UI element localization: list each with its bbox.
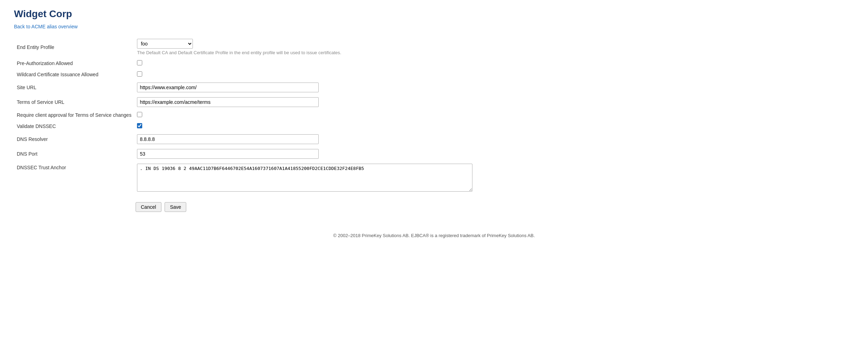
tos-changes-checkbox[interactable] — [137, 112, 142, 117]
validate-dnssec-checkbox[interactable] — [137, 123, 142, 128]
tos-url-value-cell — [134, 95, 475, 109]
tos-url-row: Terms of Service URL — [14, 95, 475, 109]
button-row: Cancel Save — [136, 202, 854, 212]
save-button[interactable]: Save — [165, 202, 186, 212]
pre-auth-label: Pre-Authorization Allowed — [14, 58, 134, 69]
tos-url-label: Terms of Service URL — [14, 95, 134, 109]
site-url-label: Site URL — [14, 80, 134, 95]
dns-resolver-input[interactable] — [137, 134, 319, 144]
tos-url-input[interactable] — [137, 97, 319, 107]
back-link[interactable]: Back to ACME alias overview — [14, 24, 78, 29]
pre-auth-checkbox[interactable] — [137, 60, 142, 65]
pre-auth-value-cell — [134, 58, 475, 69]
wildcard-value-cell — [134, 69, 475, 80]
dnssec-trust-anchor-row: DNSSEC Trust Anchor . IN DS 19036 8 2 49… — [14, 161, 475, 195]
footer: © 2002–2018 PrimeKey Solutions AB. EJBCA… — [14, 233, 854, 238]
wildcard-label: Wildcard Certificate Issuance Allowed — [14, 69, 134, 80]
tos-changes-row: Require client approval for Terms of Ser… — [14, 109, 475, 121]
end-entity-profile-value-cell: foo bar baz The Default CA and Default C… — [134, 36, 475, 58]
end-entity-profile-label: End Entity Profile — [14, 36, 134, 58]
validate-dnssec-row: Validate DNSSEC — [14, 121, 475, 132]
dnssec-trust-anchor-label: DNSSEC Trust Anchor — [14, 161, 134, 195]
dns-port-value-cell — [134, 147, 475, 161]
form-table: End Entity Profile foo bar baz The Defau… — [14, 36, 475, 195]
wildcard-checkbox[interactable] — [137, 71, 142, 77]
wildcard-row: Wildcard Certificate Issuance Allowed — [14, 69, 475, 80]
dns-port-label: DNS Port — [14, 147, 134, 161]
end-entity-profile-select[interactable]: foo bar baz — [137, 39, 193, 49]
dns-resolver-value-cell — [134, 132, 475, 147]
site-url-row: Site URL — [14, 80, 475, 95]
dns-resolver-label: DNS Resolver — [14, 132, 134, 147]
dnssec-trust-anchor-textarea[interactable]: . IN DS 19036 8 2 49AAC11D7B6F6446702E54… — [137, 164, 472, 192]
dns-port-row: DNS Port — [14, 147, 475, 161]
cancel-button[interactable]: Cancel — [136, 202, 161, 212]
site-url-input[interactable] — [137, 83, 319, 92]
dnssec-trust-anchor-value-cell: . IN DS 19036 8 2 49AAC11D7B6F6446702E54… — [134, 161, 475, 195]
end-entity-profile-row: End Entity Profile foo bar baz The Defau… — [14, 36, 475, 58]
validate-dnssec-value-cell — [134, 121, 475, 132]
tos-changes-label: Require client approval for Terms of Ser… — [14, 109, 134, 121]
validate-dnssec-label: Validate DNSSEC — [14, 121, 134, 132]
site-url-value-cell — [134, 80, 475, 95]
end-entity-hint: The Default CA and Default Certificate P… — [137, 50, 472, 55]
tos-changes-value-cell — [134, 109, 475, 121]
pre-auth-row: Pre-Authorization Allowed — [14, 58, 475, 69]
dns-port-input[interactable] — [137, 149, 319, 159]
dns-resolver-row: DNS Resolver — [14, 132, 475, 147]
page-title: Widget Corp — [14, 8, 854, 20]
